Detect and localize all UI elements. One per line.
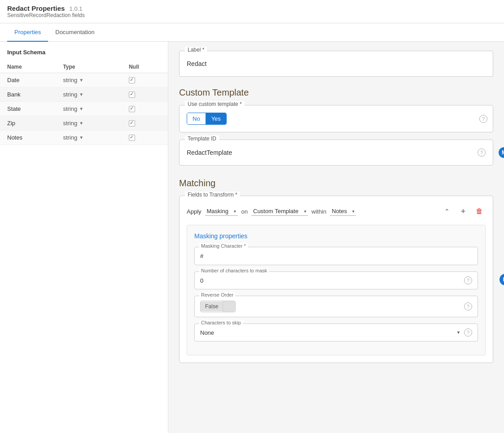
- template-select[interactable]: Custom Template: [251, 207, 308, 216]
- row-name: State: [0, 102, 56, 116]
- app-title: Redact Properties 1.0.1: [7, 4, 497, 12]
- apply-label: Apply: [187, 208, 202, 215]
- row-name: Zip: [0, 116, 56, 131]
- add-row-button[interactable]: +: [457, 205, 469, 218]
- chars-to-skip-help-icon[interactable]: ?: [464, 328, 472, 337]
- skip-arrow-icon: ▼: [456, 330, 460, 335]
- row-null: [122, 73, 168, 87]
- row-name: Notes: [0, 131, 56, 145]
- template-id-label: Template ID: [185, 136, 219, 142]
- masking-char-input[interactable]: [200, 252, 472, 260]
- chars-to-skip-label: Characters to skip: [199, 320, 243, 325]
- toggle-button[interactable]: No Yes: [187, 113, 227, 125]
- num-chars-help-icon[interactable]: ?: [464, 276, 472, 284]
- type-dropdown-icon[interactable]: ▼: [79, 135, 83, 140]
- null-checkbox[interactable]: [129, 135, 135, 141]
- use-template-toggle: No Yes: [187, 113, 486, 125]
- label-field-group: Label *: [179, 51, 493, 77]
- null-checkbox[interactable]: [129, 77, 135, 83]
- masking-properties-title: Masking properties: [194, 232, 478, 240]
- field-select[interactable]: Notes: [330, 207, 356, 216]
- row-null: [122, 87, 168, 102]
- apply-row: Apply Masking on Custom Template: [187, 205, 486, 218]
- custom-template-section: Custom Template Use custom template * No…: [179, 87, 493, 166]
- custom-template-title: Custom Template: [179, 87, 493, 98]
- fields-transform-group: Fields to Transform * Apply Masking on: [179, 196, 493, 363]
- reverse-order-value: False: [201, 302, 223, 311]
- col-null: Null: [122, 61, 168, 73]
- schema-table: Name Type Null Date string ▼ Bank string: [0, 61, 168, 145]
- null-checkbox[interactable]: [129, 106, 135, 112]
- tabs-bar: Properties Documentation: [0, 23, 504, 42]
- row-type: string ▼: [56, 131, 122, 145]
- label-field-label: Label *: [185, 47, 207, 53]
- reverse-order-toggle[interactable]: False: [200, 301, 236, 312]
- delete-row-button[interactable]: 🗑: [473, 205, 486, 218]
- null-checkbox[interactable]: [129, 92, 135, 98]
- use-template-label: Use custom template *: [185, 101, 245, 107]
- template-id-group: Template ID ?: [179, 140, 493, 166]
- app-version: 1.0.1: [70, 5, 83, 12]
- masking-character-group: Masking Character: [194, 247, 478, 265]
- use-template-help-icon[interactable]: ?: [479, 115, 487, 123]
- row-name: Date: [0, 73, 56, 87]
- col-type: Type: [56, 61, 122, 73]
- row-type: string ▼: [56, 116, 122, 131]
- reverse-order-help-icon[interactable]: ?: [464, 302, 472, 311]
- table-row: Date string ▼: [0, 73, 168, 87]
- masking-char-label: Masking Character: [199, 243, 248, 249]
- main-layout: Input Schema Name Type Null Date string …: [0, 42, 504, 433]
- row-null: [122, 131, 168, 145]
- chars-to-skip-group: Characters to skip None ▼ ?: [194, 324, 478, 341]
- masking-properties: Masking properties Masking Character Num…: [187, 225, 486, 355]
- content-area: Label * Custom Template Use custom templ…: [168, 42, 504, 433]
- row-null: [122, 102, 168, 116]
- tab-documentation[interactable]: Documentation: [48, 23, 101, 42]
- within-label: within: [311, 208, 326, 215]
- method-select-wrapper: Masking: [205, 207, 238, 216]
- app-header: Redact Properties 1.0.1 SensitiveRecordR…: [0, 0, 504, 23]
- table-row: Bank string ▼: [0, 87, 168, 102]
- reverse-order-label: Reverse Order: [199, 292, 235, 297]
- type-dropdown-icon[interactable]: ▼: [79, 92, 83, 97]
- tab-properties[interactable]: Properties: [7, 23, 48, 42]
- toggle-yes[interactable]: Yes: [206, 113, 226, 124]
- table-row: Zip string ▼: [0, 116, 168, 131]
- template-id-input[interactable]: [187, 147, 478, 158]
- matching-m-badge: M: [500, 274, 504, 285]
- row-type: string ▼: [56, 87, 122, 102]
- fields-transform-wrapper: Fields to Transform * Apply Masking on: [179, 196, 493, 363]
- matching-title: Matching: [179, 178, 493, 188]
- type-dropdown-icon[interactable]: ▼: [79, 106, 83, 111]
- collapse-button[interactable]: ⌃: [441, 205, 453, 218]
- schema-title: Input Schema: [0, 49, 168, 61]
- type-dropdown-icon[interactable]: ▼: [79, 121, 83, 126]
- on-label: on: [241, 208, 248, 215]
- reverse-order-switch[interactable]: [223, 301, 235, 312]
- template-select-wrapper: Custom Template: [251, 207, 308, 216]
- reverse-order-group: Reverse Order False ?: [194, 296, 478, 317]
- row-type: string ▼: [56, 73, 122, 87]
- row-null: [122, 116, 168, 131]
- template-id-help-icon[interactable]: ?: [478, 149, 486, 157]
- app-subtitle: SensitiveRecordRedaction fields: [7, 12, 497, 18]
- use-custom-template-group: Use custom template * No Yes ?: [179, 105, 493, 132]
- table-row: State string ▼: [0, 102, 168, 116]
- col-name: Name: [0, 61, 56, 73]
- fields-transform-label: Fields to Transform *: [185, 192, 240, 198]
- type-dropdown-icon[interactable]: ▼: [79, 78, 83, 83]
- num-chars-label: Number of characters to mask: [199, 268, 269, 273]
- label-input[interactable]: [187, 58, 486, 69]
- field-select-wrapper: Notes: [330, 207, 356, 216]
- row-name: Bank: [0, 87, 56, 102]
- row-type: string ▼: [56, 102, 122, 116]
- num-chars-group: Number of characters to mask ?: [194, 271, 478, 289]
- table-row: Notes string ▼: [0, 131, 168, 145]
- chars-to-skip-select[interactable]: None: [200, 329, 453, 336]
- num-chars-input[interactable]: [200, 277, 460, 284]
- method-select[interactable]: Masking: [205, 207, 238, 216]
- null-checkbox[interactable]: [129, 120, 135, 127]
- matching-section: Matching Fields to Transform * Apply Mas…: [179, 178, 493, 363]
- toggle-no[interactable]: No: [187, 113, 206, 124]
- template-id-wrapper: Template ID ? M: [179, 140, 493, 166]
